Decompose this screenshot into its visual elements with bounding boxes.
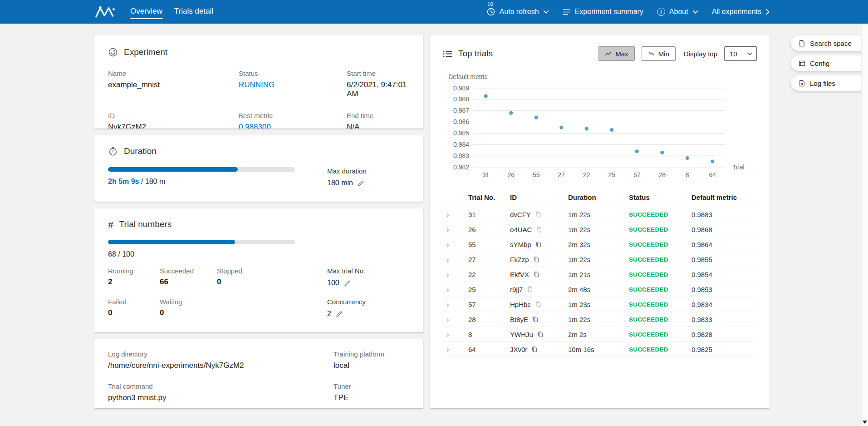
row-expand-chevron-icon[interactable]: › — [443, 331, 465, 338]
table-row[interactable]: › 64 JXv0r 10m 16s SUCCEEDED 0.9825 — [443, 342, 757, 357]
copy-icon[interactable] — [527, 286, 533, 293]
top-navigation-bar: Overview Trials detail 10 Auto refresh E… — [0, 0, 868, 24]
cell-id: Bt8yE — [506, 316, 564, 323]
row-expand-chevron-icon[interactable]: › — [443, 256, 465, 263]
cell-duration: 10m 16s — [564, 346, 625, 353]
best-metric-value[interactable]: 0.988300 — [239, 123, 347, 129]
svg-text:0.985: 0.985 — [453, 129, 469, 137]
row-expand-chevron-icon[interactable]: › — [443, 346, 465, 353]
top-trials-chart[interactable]: Default metric0.9820.9830.9840.9850.9860… — [443, 73, 757, 182]
copy-icon[interactable] — [535, 301, 541, 308]
svg-text:Default metric: Default metric — [448, 73, 487, 80]
svg-text:27: 27 — [558, 171, 565, 178]
start-time-value: 6/2/2021, 9:47:01 AM — [347, 80, 410, 99]
col-duration: Duration — [564, 193, 625, 201]
table-row[interactable]: › 22 EkfVX 1m 21s SUCCEEDED 0.9854 — [443, 267, 757, 282]
top-trials-table: Trial No. ID Duration Status Default met… — [443, 188, 757, 357]
cell-default-metric: 0.9853 — [688, 286, 757, 293]
field-training-platform: Training platform local — [333, 350, 410, 370]
tuner-value: TPE — [333, 393, 410, 402]
field-end-time: End time N/A — [347, 112, 410, 129]
copy-icon[interactable] — [535, 211, 541, 218]
search-space-button[interactable]: Search space — [791, 35, 868, 51]
cell-duration: 2m 32s — [564, 241, 625, 248]
refresh-interval-badge: 10 — [487, 1, 493, 7]
table-row[interactable]: › 31 dvCFY 1m 22s SUCCEEDED 0.9883 — [443, 207, 757, 222]
min-button[interactable]: Min — [642, 46, 676, 61]
row-expand-chevron-icon[interactable]: › — [443, 301, 465, 308]
copy-icon[interactable] — [533, 271, 539, 278]
svg-text:0.983: 0.983 — [453, 152, 469, 159]
cell-duration: 1m 22s — [564, 226, 625, 233]
trial-numbers-card: # Trial numbers 68 / 100 Running 2 — [94, 208, 423, 332]
table-row[interactable]: › 28 Bt8yE 1m 22s SUCCEEDED 0.9833 — [443, 312, 757, 327]
experiment-summary-button[interactable]: Experiment summary — [563, 8, 643, 16]
max-button[interactable]: Max — [598, 46, 634, 61]
max-duration-value: 180 min — [327, 179, 353, 187]
cell-id: FkZzp — [506, 256, 564, 263]
top-trials-card: Top trials Max Min Display top 10 — [430, 35, 770, 408]
stat-running: Running 2 — [108, 267, 160, 287]
row-expand-chevron-icon[interactable]: › — [443, 286, 465, 293]
row-expand-chevron-icon[interactable]: › — [443, 271, 465, 278]
all-experiments-link[interactable]: All experiments — [712, 8, 770, 16]
nni-logo[interactable] — [94, 5, 116, 19]
row-expand-chevron-icon[interactable]: › — [443, 226, 465, 233]
cell-trial-no: 25 — [465, 286, 506, 293]
cell-default-metric: 0.9828 — [688, 331, 757, 338]
trials-progress-fill — [108, 240, 235, 244]
scroll-down-arrow-icon[interactable] — [862, 418, 868, 426]
svg-text:0.989: 0.989 — [453, 84, 469, 92]
copy-icon[interactable] — [533, 256, 539, 263]
row-expand-chevron-icon[interactable]: › — [443, 316, 465, 323]
table-row[interactable]: › 8 YWHJu 2m 2s SUCCEEDED 0.9828 — [443, 327, 757, 342]
table-row[interactable]: › 55 sYMbp 2m 32s SUCCEEDED 0.9864 — [443, 237, 757, 252]
field-start-time: Start time 6/2/2021, 9:47:01 AM — [347, 69, 410, 99]
experiment-fields: Name example_mnist Status RUNNING Start … — [108, 69, 410, 129]
cell-default-metric: 0.9864 — [688, 241, 757, 248]
about-menu[interactable]: i About — [657, 8, 698, 16]
edit-pencil-icon[interactable] — [336, 311, 343, 317]
log-files-button[interactable]: Log files — [791, 75, 868, 91]
stat-stopped: Stopped 0 — [217, 267, 295, 287]
end-time-value: N/A — [347, 123, 410, 129]
table-row[interactable]: › 26 o4UAC 1m 22s SUCCEEDED 0.9868 — [443, 222, 757, 237]
cell-trial-no: 55 — [465, 241, 506, 248]
tab-overview[interactable]: Overview — [130, 5, 163, 19]
overview-right-column: Top trials Max Min Display top 10 — [430, 35, 770, 408]
main-nav: Overview Trials detail — [130, 5, 214, 19]
vertical-scrollbar[interactable] — [861, 24, 868, 426]
copy-icon[interactable] — [531, 346, 538, 353]
trend-down-icon — [648, 50, 655, 57]
chevron-down-icon — [543, 10, 549, 14]
edit-pencil-icon[interactable] — [358, 180, 364, 187]
table-row[interactable]: › 57 HpHbc 1m 23s SUCCEEDED 0.9834 — [443, 297, 757, 312]
edit-pencil-icon[interactable] — [344, 280, 351, 287]
copy-icon[interactable] — [535, 241, 542, 248]
top-trials-title: Top trials — [458, 49, 493, 59]
copy-icon[interactable] — [532, 316, 539, 323]
svg-text:0.988: 0.988 — [453, 95, 469, 103]
tab-trials-detail[interactable]: Trials detail — [174, 5, 214, 19]
copy-icon[interactable] — [537, 331, 544, 338]
field-log-directory: Log directory /home/core/nni-experiments… — [108, 350, 333, 370]
config-button[interactable]: Config — [791, 55, 868, 71]
row-expand-chevron-icon[interactable]: › — [443, 241, 465, 248]
table-row[interactable]: › 25 r9jj7 2m 48s SUCCEEDED 0.9853 — [443, 282, 757, 297]
cell-status: SUCCEEDED — [625, 256, 688, 263]
cell-duration: 1m 22s — [564, 256, 625, 263]
status-badge: RUNNING — [239, 80, 347, 89]
cell-trial-no: 26 — [465, 226, 506, 233]
cell-id: EkfVX — [506, 271, 564, 278]
concurrency-value: 2 — [327, 310, 331, 318]
row-expand-chevron-icon[interactable]: › — [443, 211, 465, 218]
chevron-right-icon — [765, 9, 770, 15]
auto-refresh-control[interactable]: 10 Auto refresh — [486, 7, 549, 16]
display-top-select[interactable]: 10 — [724, 46, 757, 61]
info-icon: i — [657, 8, 665, 16]
table-row[interactable]: › 27 FkZzp 1m 22s SUCCEEDED 0.9855 — [443, 252, 757, 267]
experiment-card-title: Experiment — [108, 47, 410, 57]
copy-icon[interactable] — [536, 226, 542, 233]
duration-progress-text: 2h 5m 9s / 180 m — [108, 178, 295, 186]
duration-title: Duration — [124, 146, 157, 156]
